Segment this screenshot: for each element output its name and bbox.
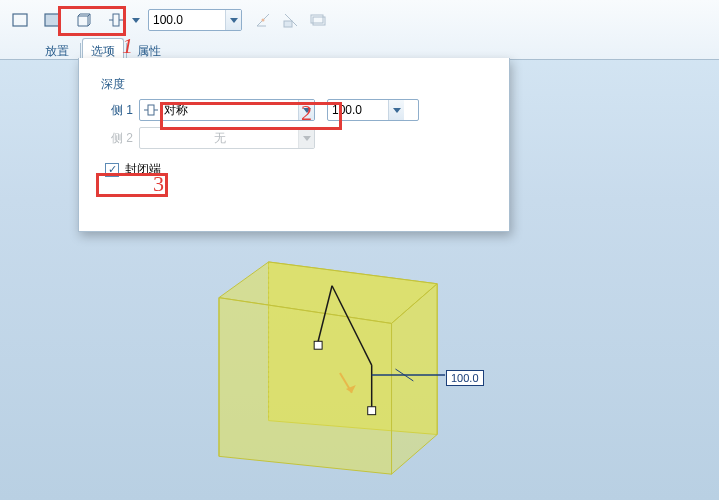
side1-mode-text: 对称 — [162, 102, 298, 119]
side2-mode-caret — [298, 128, 314, 148]
rect-outline-icon — [12, 13, 28, 27]
row-side2: 侧 2 无 — [101, 127, 491, 149]
svg-point-5 — [262, 19, 265, 22]
angle-icon[interactable] — [252, 9, 274, 31]
svg-rect-2 — [113, 14, 119, 26]
side1-value-combo[interactable] — [327, 99, 419, 121]
svg-rect-26 — [314, 341, 322, 349]
tab-place[interactable]: 放置 — [36, 38, 78, 64]
side1-value-caret[interactable] — [388, 100, 404, 120]
toolbar-extra-icons — [252, 9, 330, 31]
svg-rect-27 — [368, 407, 376, 415]
row-side1: 侧 1 对称 — [101, 99, 491, 121]
annotation-1: 1 — [122, 33, 133, 59]
toolbar-value-caret[interactable] — [225, 10, 241, 30]
symmetric-extrude-icon — [107, 12, 125, 28]
dimension-badge[interactable]: 100.0 — [446, 370, 484, 386]
viewport-3d[interactable]: 100.0 — [200, 256, 470, 494]
svg-rect-6 — [284, 21, 292, 27]
box-outline-icon — [75, 12, 93, 28]
side1-mode-select[interactable]: 对称 — [139, 99, 315, 121]
trim-icon[interactable] — [280, 9, 302, 31]
svg-rect-1 — [45, 14, 59, 26]
section-depth: 深度 — [101, 76, 491, 93]
svg-rect-0 — [13, 14, 27, 26]
annotation-2: 2 — [301, 100, 312, 126]
toolbar-value-input[interactable] — [149, 10, 225, 30]
label-side2: 侧 2 — [101, 130, 133, 147]
tool-box-outline[interactable] — [70, 7, 98, 33]
side2-mode-text: 无 — [140, 130, 298, 147]
close-end-checkbox[interactable]: ✓ — [105, 163, 119, 177]
options-panel: 深度 侧 1 对称 侧 2 无 ✓ 封闭端 2 3 — [78, 58, 510, 232]
label-side1: 侧 1 — [101, 102, 133, 119]
tool-rect-outline[interactable] — [6, 7, 34, 33]
side1-value-input[interactable] — [328, 100, 388, 120]
rect-solid-icon — [44, 13, 60, 27]
cube-drawing — [200, 256, 470, 494]
symmetric-icon — [140, 103, 162, 117]
tool-dropdown-caret[interactable] — [132, 18, 140, 23]
ribbon: 放置 选项 属性 — [0, 0, 719, 60]
annotation-3: 3 — [153, 171, 164, 197]
toolbar — [6, 4, 713, 36]
toolbar-value-combo[interactable] — [148, 9, 242, 31]
tool-symmetric[interactable] — [102, 7, 130, 33]
thicken-icon[interactable] — [308, 9, 330, 31]
svg-marker-14 — [219, 298, 392, 475]
side2-mode-select: 无 — [139, 127, 315, 149]
tool-rect-solid[interactable] — [38, 7, 66, 33]
svg-rect-9 — [148, 105, 154, 115]
